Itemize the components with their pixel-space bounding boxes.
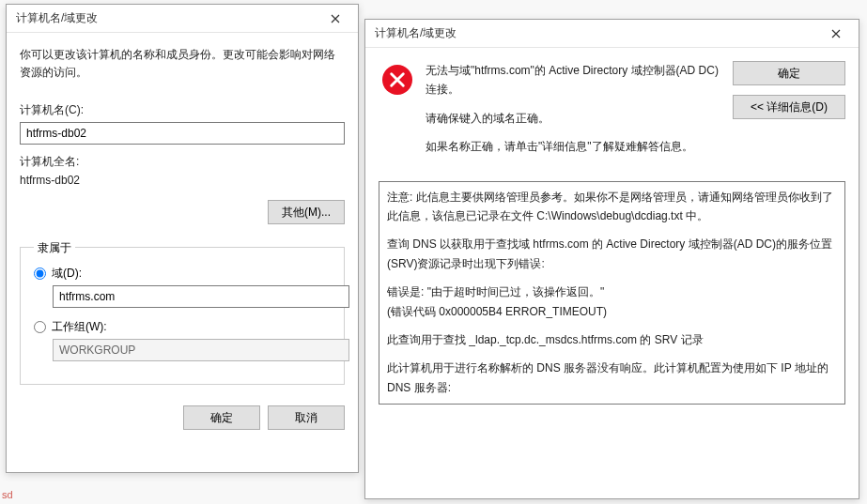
dialog-title: 计算机名/域更改 — [375, 25, 457, 41]
domain-radio-label: 域(D): — [52, 266, 82, 282]
details-button[interactable]: << 详细信息(D) — [733, 95, 845, 119]
full-name-value: htfrms-db02 — [20, 174, 345, 187]
close-icon — [831, 29, 841, 38]
workgroup-radio[interactable] — [34, 321, 46, 333]
computer-name-domain-change-dialog: 计算机名/域更改 你可以更改该计算机的名称和成员身份。更改可能会影响对网络资源的… — [6, 4, 359, 473]
titlebar: 计算机名/域更改 — [365, 20, 859, 48]
ok-button[interactable]: 确定 — [183, 405, 260, 430]
member-of-legend: 隶属于 — [34, 240, 75, 256]
ok-button[interactable]: 确定 — [733, 61, 845, 85]
error-message-2: 请确保键入的域名正确。 — [426, 109, 723, 128]
error-detail-dialog: 计算机名/域更改 无法与域"htfrms.com"的 Active Direct… — [364, 19, 859, 499]
computer-name-input[interactable] — [20, 122, 345, 145]
dialog-footer: 确定 取消 — [7, 396, 358, 443]
details-textbox[interactable]: 注意: 此信息主要供网络管理员参考。如果你不是网络管理员，请通知网络管理员你收到… — [379, 181, 845, 405]
member-of-fieldset: 隶属于 域(D): 工作组(W): — [20, 247, 345, 385]
close-button[interactable] — [317, 6, 354, 32]
domain-radio-row[interactable]: 域(D): — [34, 266, 331, 282]
workgroup-radio-label: 工作组(W): — [52, 319, 107, 335]
dialog-body: 你可以更改该计算机的名称和成员身份。更改可能会影响对网络资源的访问。 计算机名(… — [7, 33, 358, 396]
workgroup-radio-row[interactable]: 工作组(W): — [34, 319, 331, 335]
detail-paragraph: 此查询用于查找 _ldap._tcp.dc._msdcs.htfrms.com … — [387, 330, 837, 349]
more-button[interactable]: 其他(M)... — [268, 200, 345, 224]
button-column: 确定 << 详细信息(D) — [733, 61, 845, 119]
computer-name-label: 计算机名(C): — [20, 102, 345, 118]
description-text: 你可以更改该计算机的名称和成员身份。更改可能会影响对网络资源的访问。 — [20, 46, 345, 82]
cancel-button[interactable]: 取消 — [268, 405, 345, 430]
titlebar: 计算机名/域更改 — [7, 5, 358, 33]
detail-paragraph: 错误是: "由于超时时间已过，该操作返回。" (错误代码 0x000005B4 … — [387, 283, 837, 321]
detail-paragraph: 注意: 此信息主要供网络管理员参考。如果你不是网络管理员，请通知网络管理员你收到… — [387, 188, 837, 226]
error-icon — [382, 65, 412, 95]
domain-input[interactable] — [53, 285, 349, 308]
message-column: 无法与域"htfrms.com"的 Active Directory 域控制器(… — [426, 61, 733, 166]
dialog-title: 计算机名/域更改 — [16, 10, 98, 26]
watermark-text: sd — [2, 489, 13, 500]
error-message-1: 无法与域"htfrms.com"的 Active Directory 域控制器(… — [426, 61, 723, 99]
detail-paragraph: 此计算机用于进行名称解析的 DNS 服务器没有响应。此计算机配置为使用如下 IP… — [387, 359, 837, 397]
domain-radio[interactable] — [34, 267, 46, 280]
dialog-body: 无法与域"htfrms.com"的 Active Directory 域控制器(… — [365, 48, 859, 416]
close-icon — [331, 14, 340, 23]
detail-paragraph: 查询 DNS 以获取用于查找域 htfrms.com 的 Active Dire… — [387, 235, 837, 273]
full-name-label: 计算机全名: — [20, 154, 345, 170]
close-button[interactable] — [817, 21, 855, 47]
workgroup-input — [53, 339, 349, 361]
error-message-3: 如果名称正确，请单击"详细信息"了解疑难解答信息。 — [426, 137, 723, 156]
message-row: 无法与域"htfrms.com"的 Active Directory 域控制器(… — [379, 61, 845, 166]
